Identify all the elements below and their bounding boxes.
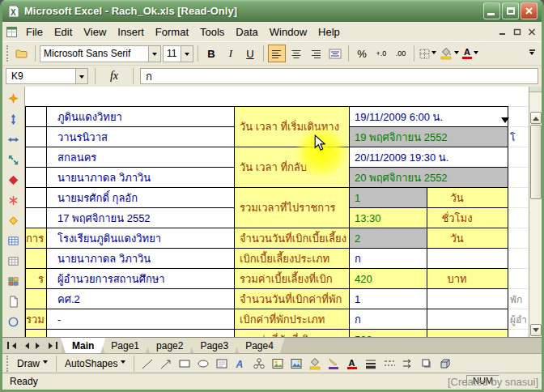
cell-sliver[interactable] [26,289,47,309]
cell-value[interactable]: 19 พฤศจิกายน 2552 [350,127,508,147]
formula-input[interactable]: ก [140,68,538,84]
cell-label[interactable]: รวมค่าที่พักที่เบิก [235,330,350,338]
menu-edit[interactable]: Edit [49,23,78,40]
cell-value[interactable]: 1 [350,188,427,208]
cell-fragment[interactable] [508,188,529,208]
cell-label[interactable]: รวมค่าเบี้ยเลี้ยงที่เบิก [235,269,350,289]
insert-picture-button[interactable] [287,356,304,372]
line-button[interactable] [138,356,155,372]
left-tool-button-8[interactable] [4,232,23,250]
italic-button[interactable]: I [222,45,240,62]
left-tool-button-3[interactable] [4,130,23,149]
cell-name[interactable]: - [47,309,235,330]
cell-value[interactable]: 13:30 [350,208,427,228]
left-tool-button-1[interactable] [4,90,23,109]
split-handle[interactable] [529,87,542,92]
left-tool-button-9[interactable] [4,252,23,271]
textbox-button[interactable] [213,356,230,372]
sheet-tab-page2[interactable]: page2 [145,338,194,353]
spreadsheet-grid[interactable]: ภูดินแดงวิทยา วัน เวลา ที่เริ่มเดินทาง 1… [25,87,529,337]
shadow-style-button[interactable] [418,356,435,372]
cell-sliver[interactable]: ร [26,269,47,289]
menu-format[interactable]: Format [150,23,194,40]
toolbar-grip[interactable] [6,45,10,62]
toolbar-options-button[interactable] [526,49,538,58]
arrow-button[interactable] [157,356,174,372]
cell-value[interactable]: ก [350,309,427,330]
cell-value[interactable]: 20 พฤศจิกายน 2552 [350,168,508,188]
cell-label[interactable]: จำนวนวันที่เบิกเบี้ยเลี้ยง [235,228,350,249]
insert-function-button[interactable]: fx [102,70,126,83]
underline-button[interactable]: U [241,45,259,62]
menu-help[interactable]: Help [312,23,346,40]
workbook-minimize-button[interactable] [496,26,509,37]
cell-name[interactable]: ผู้อำนวยการสถานศึกษา [47,269,235,289]
minimize-button[interactable] [483,2,500,19]
cell-value[interactable]: ก [350,249,427,269]
scroll-up-button[interactable] [530,112,542,124]
menu-data[interactable]: Data [230,23,263,40]
cell-sliver[interactable] [26,249,47,269]
left-tool-button-4[interactable] [4,151,23,169]
cell-sliver[interactable] [26,147,47,168]
cell-fragment[interactable]: โ [508,127,529,147]
font-color-button[interactable]: A [343,356,360,372]
sheet-tab-page1[interactable]: Page1 [100,338,151,353]
maximize-button[interactable] [502,2,519,19]
align-left-button[interactable] [268,45,286,62]
cell-sliver[interactable] [26,168,47,188]
cell-name[interactable]: คศ.2 [47,289,235,309]
cell-sliver[interactable] [26,107,47,127]
left-tool-button-11[interactable] [4,292,23,311]
left-tool-button-12[interactable] [4,313,23,331]
menu-insert[interactable]: Insert [112,23,150,40]
cell-sliver[interactable]: รวม [26,309,47,330]
cell-unit[interactable]: วัน [427,228,508,249]
arrow-style-button[interactable] [399,356,416,372]
cell-unit[interactable] [427,330,508,338]
name-box[interactable]: K9 [6,68,88,84]
cell-label[interactable]: รวมเวลาที่ไปราชการ [235,188,350,228]
dropdown-arrow-icon[interactable] [501,117,509,127]
cell-name[interactable] [47,330,235,338]
cell-fragment[interactable]: ผู้อำ [508,309,529,330]
cell-sliver[interactable] [26,127,47,147]
cell-fragment[interactable]: พัก [508,289,529,309]
scrollbar-thumb[interactable] [530,125,542,199]
fill-color-button[interactable] [306,356,323,372]
open-button[interactable] [13,45,31,62]
wordart-button[interactable]: A [232,356,249,372]
scroll-down-button[interactable] [530,324,542,336]
bold-button[interactable]: B [202,45,220,62]
draw-menu-button[interactable]: Draw [13,356,52,371]
cell-name[interactable]: นายนาภาดล วิภาวิน [47,249,235,269]
cell-unit[interactable] [427,289,508,309]
cell-fragment[interactable] [508,269,529,289]
vertical-scrollbar[interactable] [529,87,542,337]
workbook-restore-button[interactable] [511,26,524,37]
left-tool-button-5[interactable] [4,171,23,190]
cell-unit[interactable] [427,249,508,269]
left-tool-button-6[interactable] [4,191,23,210]
cell-value[interactable]: 2 [350,228,427,249]
autoshapes-menu-button[interactable]: AutoShapes [61,356,130,371]
cell-unit[interactable] [427,309,508,330]
cell-name[interactable]: นายนาภาดล วิภาวิน [47,168,235,188]
cell-name[interactable]: สกลนคร [47,147,235,168]
cell-label[interactable]: จำนวนวันที่เบิกค่าที่พัก [235,289,350,309]
last-sheet-button[interactable] [46,339,59,352]
cell-value[interactable]: 500 [350,330,427,338]
cell-fragment[interactable] [508,228,529,249]
cell-value[interactable]: 1 [350,289,427,309]
sheet-tab-page3[interactable]: Page3 [189,338,240,353]
font-color-button[interactable]: A [461,45,479,62]
increase-decimal-button[interactable]: +.0 [372,45,390,62]
cell-fragment[interactable] [508,147,529,168]
cell-name[interactable]: ภูดินแดงวิทยา [47,107,235,127]
cell-unit[interactable]: วัน [427,188,508,208]
cell-label[interactable]: เบิกค่าที่พักประเภท [235,309,350,330]
decrease-decimal-button[interactable]: .00 [392,45,410,62]
name-box-dropdown[interactable] [75,69,87,83]
cell-name[interactable]: โรงเรียนภูดินแดงวิทยา [47,228,235,249]
diagram-button[interactable] [250,356,267,372]
